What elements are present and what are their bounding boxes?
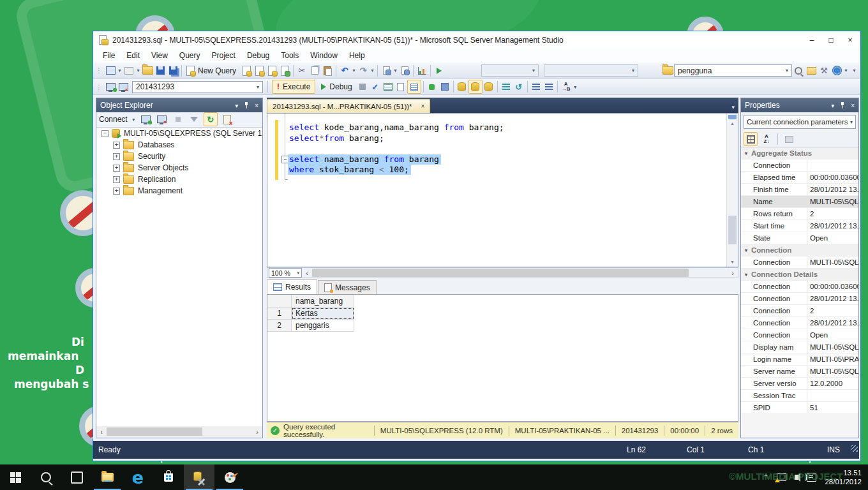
close-button[interactable]: ×	[841, 31, 860, 48]
toolbar-overflow-icon[interactable]: ▾	[851, 68, 857, 73]
close-icon[interactable]: ×	[255, 102, 258, 109]
tab-list-icon[interactable]: ▾	[731, 104, 738, 113]
connect-icon[interactable]	[104, 80, 117, 93]
play-icon[interactable]	[433, 64, 445, 77]
results-to-grid-icon[interactable]	[407, 80, 421, 94]
property-value[interactable]: Open	[807, 232, 858, 244]
user-combo[interactable]: pengguna▾	[674, 64, 792, 77]
debug-button[interactable]: Debug	[317, 80, 355, 93]
volume-icon[interactable]	[795, 475, 798, 480]
property-value[interactable]: MULTI-05\SQLEXP	[807, 196, 858, 207]
object-explorer-hscrollbar[interactable]: ‹ ›	[96, 426, 262, 437]
ssms-button[interactable]	[184, 464, 214, 490]
pin-icon[interactable]	[243, 102, 250, 108]
grid-cell[interactable]: penggaris	[292, 320, 354, 332]
splitter-handle[interactable]	[728, 115, 737, 119]
property-row[interactable]: Login nameMULTI-05\PRAKT	[741, 353, 858, 366]
action-center-icon[interactable]	[807, 473, 816, 482]
menu-window[interactable]: Window	[304, 49, 343, 62]
property-section[interactable]: ▾Aggregate Status	[741, 147, 858, 160]
property-value[interactable]: 00:00:00.0360048	[807, 281, 858, 292]
estimated-plan-icon[interactable]	[382, 80, 394, 93]
refresh-icon[interactable]: ↻	[204, 112, 218, 126]
search-button[interactable]	[31, 464, 61, 490]
property-value[interactable]	[807, 390, 858, 401]
menu-tools[interactable]: Tools	[275, 49, 304, 62]
activity-monitor-icon[interactable]	[415, 64, 428, 77]
expand-icon[interactable]: +	[113, 188, 120, 195]
script-icon[interactable]	[221, 113, 234, 126]
increase-indent-icon[interactable]	[542, 80, 555, 93]
property-row[interactable]: Server versio12.0.2000	[741, 378, 858, 390]
open-folder-icon[interactable]	[661, 64, 674, 77]
property-value[interactable]: 2	[807, 208, 858, 219]
property-value[interactable]: 12.0.2000	[807, 378, 858, 389]
toolbar-grip[interactable]: ⋮	[96, 67, 101, 74]
chevron-down-icon[interactable]: ▾	[117, 68, 123, 73]
property-row[interactable]: Server nameMULTI-05\SQLEXP	[741, 366, 858, 378]
categorized-icon[interactable]	[744, 132, 758, 146]
property-row[interactable]: ConnectionOpen	[741, 329, 858, 341]
property-value[interactable]: 28/01/2012 13.51.5	[807, 317, 858, 329]
properties-object-combo[interactable]: Current connection parameters ▾	[744, 115, 856, 129]
table-row[interactable]: 1Kertas	[267, 308, 738, 320]
grid-column-header[interactable]: nama_barang	[292, 295, 354, 308]
property-row[interactable]: Finish time28/01/2012 13.51.5	[741, 184, 858, 196]
property-pages-icon[interactable]	[782, 133, 795, 145]
stop-icon[interactable]	[172, 113, 184, 126]
clock[interactable]: 13.51 28/01/2012	[825, 468, 862, 486]
scroll-thumb[interactable]	[312, 269, 689, 277]
scroll-left-icon[interactable]: ‹	[302, 269, 312, 277]
edge-button[interactable]: e	[123, 464, 153, 490]
property-row[interactable]: Connection28/01/2012 13.51.5	[741, 293, 858, 305]
include-actual-plan-icon[interactable]	[426, 80, 438, 93]
property-row[interactable]: Connection	[741, 160, 858, 172]
sql-editor[interactable]: − select kode_barang,nama_barang from ba…	[267, 113, 738, 267]
code-line[interactable]: where stok_barang < 100;	[289, 165, 411, 175]
chevron-down-icon[interactable]: ▾	[370, 68, 375, 73]
parse-check-icon[interactable]: ✓	[369, 80, 382, 93]
title-bar[interactable]: 201431293.sql - MULTI-05\SQLEXPRESS.2014…	[93, 31, 860, 48]
pin-icon[interactable]	[839, 102, 846, 108]
undo-icon[interactable]: ↶	[338, 64, 351, 77]
property-value[interactable]: MULTI-05\SQLEXP	[807, 341, 858, 353]
code-line[interactable]: select*from barang;	[289, 133, 384, 144]
object-explorer-titlebar[interactable]: Object Explorer ▾ ×	[96, 98, 262, 112]
results-to-text-icon[interactable]	[456, 80, 468, 93]
add-item-icon[interactable]	[123, 64, 135, 77]
sqlcmd-mode-icon[interactable]	[500, 80, 513, 93]
expand-icon[interactable]: +	[113, 176, 120, 183]
chevron-down-icon[interactable]: ▾	[131, 117, 137, 122]
table-row[interactable]: 2penggaris	[267, 320, 738, 332]
chevron-down-icon[interactable]: ▾	[741, 248, 751, 253]
explorer-button[interactable]	[92, 464, 123, 490]
property-section[interactable]: ▾Connection Details	[741, 269, 858, 281]
redo-icon[interactable]: ↷	[357, 64, 370, 77]
menu-help[interactable]: Help	[343, 49, 371, 62]
tab-close-icon[interactable]: ×	[421, 103, 425, 110]
save-icon[interactable]	[154, 64, 167, 77]
menu-debug[interactable]: Debug	[241, 49, 275, 62]
start-button[interactable]	[0, 464, 31, 490]
toolbar-grip[interactable]: ⋮	[96, 84, 101, 91]
expand-icon[interactable]: +	[113, 142, 120, 149]
filter-icon[interactable]	[188, 113, 200, 126]
property-value[interactable]: 51	[807, 402, 858, 413]
new-dmx-query-icon[interactable]	[253, 64, 266, 77]
connect-object-explorer-icon[interactable]	[140, 113, 153, 126]
resize-grip[interactable]	[851, 445, 858, 452]
property-row[interactable]: Display namMULTI-05\SQLEXP	[741, 341, 858, 353]
window-position-icon[interactable]: ▾	[235, 102, 238, 109]
properties-window-icon[interactable]	[805, 64, 818, 77]
scroll-left-icon[interactable]: ‹	[96, 428, 107, 436]
specify-values-icon[interactable]: A→B	[560, 80, 572, 93]
new-query-button[interactable]: New Query	[198, 66, 236, 75]
results-to-grid-db-icon[interactable]	[468, 80, 483, 94]
disconnect-icon[interactable]: ×	[156, 113, 168, 126]
properties-titlebar[interactable]: Properties ▾ ×	[741, 98, 858, 112]
scroll-up-icon[interactable]: ▲	[727, 119, 738, 128]
new-query-icon[interactable]	[184, 64, 197, 77]
scroll-right-icon[interactable]: ›	[728, 269, 738, 277]
tree-item-management[interactable]: +Management	[96, 185, 262, 197]
new-analysis-query-icon[interactable]	[278, 64, 291, 77]
